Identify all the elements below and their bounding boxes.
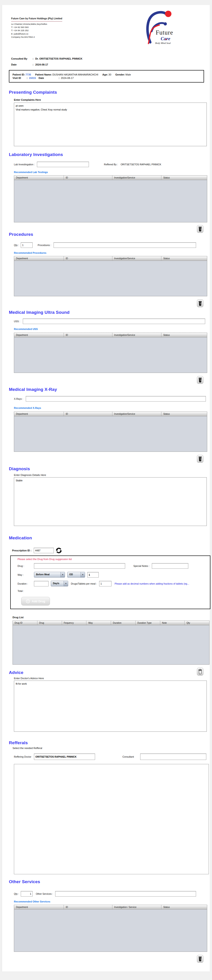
col-drug: Drug — [37, 621, 62, 625]
visit-id-label: Visit ID — [13, 76, 27, 80]
total-label: Total : — [18, 590, 34, 592]
section-title-procedures: Procedures — [9, 232, 210, 237]
section-title-other-services: Other Services — [9, 879, 210, 884]
per-meal-input[interactable] — [99, 581, 111, 586]
gender-value: Male — [125, 73, 131, 76]
recommended-xrays-link[interactable]: Recommended X-Rays — [14, 407, 210, 409]
col-status: Status — [161, 905, 207, 910]
advice-textarea[interactable]: fit for work — [14, 681, 207, 732]
drug-list-body[interactable] — [13, 625, 209, 664]
other-services-delete-button[interactable] — [197, 955, 203, 963]
prescription-id-input[interactable] — [34, 548, 54, 553]
way-qty-input[interactable] — [87, 572, 99, 578]
consultant-input[interactable] — [140, 754, 206, 760]
referrals-subtitle: Select the needed Refferal — [13, 747, 210, 749]
uss-row: USS : — [14, 318, 210, 324]
consultant-label: Consultant — [122, 755, 134, 758]
duration-input[interactable] — [34, 581, 48, 586]
patient-id-label: Patient ID — [13, 73, 24, 76]
add-drug-label: Add Drug — [32, 600, 45, 603]
lab-delete-button[interactable] — [197, 225, 203, 233]
referring-doctor-input[interactable] — [34, 754, 95, 760]
prescription-row: Prescription ID : — [12, 547, 210, 554]
procedures-input[interactable] — [53, 242, 196, 248]
advice-delete-button[interactable] — [197, 668, 203, 676]
uss-table-body[interactable] — [14, 337, 207, 373]
chevron-down-icon: ▼ — [64, 581, 68, 586]
refresh-prescription-button[interactable] — [56, 547, 62, 554]
trash-icon — [198, 456, 202, 461]
consulted-by-value: Dr. ORITSETSETOS RAPHAEL PINNICK — [35, 57, 82, 60]
per-meal-label: Drugs/Tablets per meal : — [71, 582, 97, 585]
procedures-delete-button[interactable] — [197, 299, 203, 307]
section-title-medication: Medication — [9, 536, 210, 541]
recommended-uss-link[interactable]: Recommended USS — [14, 328, 210, 330]
procedures-qty-input[interactable] — [21, 242, 32, 248]
lab-investigation-input[interactable] — [37, 162, 89, 167]
section-title-presenting-complaints: Presenting Complaints — [9, 90, 210, 95]
col-status: Status — [161, 333, 207, 337]
add-drug-button[interactable]: + Add Drug — [21, 597, 50, 606]
drug-list-label: Drug List — [13, 616, 210, 619]
procedures-table-body[interactable] — [14, 261, 207, 296]
drug-input[interactable] — [34, 563, 125, 569]
drug-list-header: Drug ID Drug Fequency Way Duration Durat… — [13, 621, 209, 625]
colon: : — [27, 76, 27, 80]
date-row: Date : 2024-08-17 — [11, 63, 210, 66]
special-notes-input[interactable] — [152, 563, 188, 569]
col-id: ID — [64, 412, 112, 416]
letterhead: Future Care by Future Holdings (Pty) Lim… — [2, 5, 210, 44]
consulted-by-label: Consulted By — [11, 57, 32, 60]
uss-input[interactable] — [23, 318, 205, 324]
other-services-qty-label: Qty : — [14, 892, 19, 895]
trash-icon — [198, 301, 202, 306]
refresh-icon — [56, 547, 62, 554]
col-note: Note — [160, 621, 185, 625]
uss-delete-button[interactable] — [197, 376, 203, 384]
lab-table-header: Department ID Investigation/Service Stat… — [14, 175, 207, 180]
recommended-other-services-link[interactable]: Recommended Other Services — [14, 900, 210, 903]
col-investigation-service: Investigation / Service — [112, 905, 162, 910]
col-id: ID — [64, 175, 112, 180]
way-label: Way : — [18, 573, 34, 576]
col-department: Department — [14, 175, 64, 180]
section-title-xray: Medical Imaging X-Ray — [9, 387, 210, 392]
advice-label: Enter Doctor's Advice Here — [14, 677, 210, 679]
meal-timing-select[interactable]: Before Meal ▼ — [34, 572, 65, 578]
other-services-label: Other Services : — [36, 892, 53, 895]
visit-id-value: 15015 — [29, 76, 36, 80]
procedures-row: Qty : Procedures : — [14, 242, 210, 248]
frequency-select[interactable]: OD ▼ — [67, 572, 85, 578]
gender-label: Gender — [116, 73, 124, 76]
col-way: Way — [87, 621, 111, 625]
special-notes-label: Special Notes : — [133, 565, 149, 567]
col-id: ID — [64, 333, 112, 337]
patient-name-value: DUSHAN HASANTHA MAHAARACHCHI — [53, 73, 98, 76]
colon: : — [32, 57, 34, 60]
trash-outline-icon — [198, 669, 202, 675]
lab-table-body[interactable] — [14, 180, 207, 222]
other-services-input[interactable] — [55, 891, 196, 897]
recommended-lab-testings-link[interactable]: Recommended Lab Testings — [14, 171, 210, 173]
col-status: Status — [161, 412, 207, 416]
col-qty: Qty — [185, 621, 209, 625]
recommended-procedures-link[interactable]: Recommended Procedures — [14, 251, 210, 254]
trash-icon — [198, 226, 202, 232]
other-services-qty-input[interactable] — [21, 891, 32, 897]
duration-unit-select[interactable]: Day/s ▼ — [51, 581, 68, 586]
other-services-table-body[interactable] — [14, 910, 207, 951]
date-value: 2024-08-17 — [35, 63, 48, 66]
col-drug-id: Drug ID — [13, 621, 37, 625]
xray-table-body[interactable] — [14, 416, 207, 452]
prescription-id-label: Prescription ID : — [12, 549, 32, 552]
complaints-textarea[interactable]: pt seen Viral markers negative, Chest Xr… — [14, 103, 207, 146]
xray-delete-button[interactable] — [197, 455, 203, 463]
xray-input[interactable] — [26, 396, 206, 402]
colon: : — [32, 63, 34, 66]
referral-list-box[interactable] — [14, 764, 209, 874]
drug-suggestion-warning: Please select the Drug from Drug suggess… — [18, 558, 210, 560]
patient-id-value: 7735 — [26, 73, 31, 76]
section-title-ultrasound: Medical Imaging Ultra Sound — [9, 310, 210, 315]
diagnosis-textarea[interactable]: Stable — [14, 477, 207, 526]
plus-circle-icon: + — [26, 599, 30, 603]
